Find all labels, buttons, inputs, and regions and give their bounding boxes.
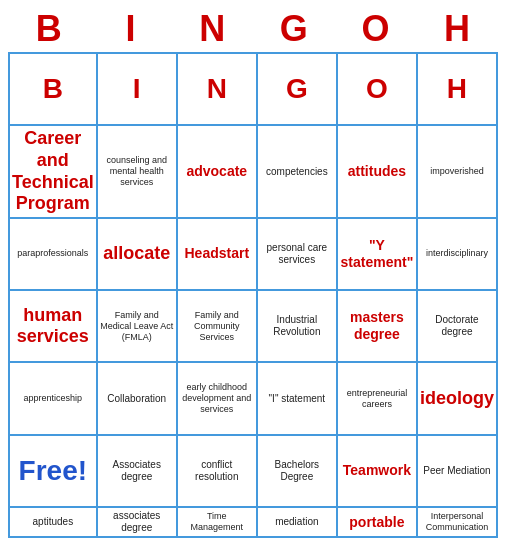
grid-cell-5: impoverished <box>417 125 497 217</box>
grid-cell-23: ideology <box>417 362 497 434</box>
grid-cell-26: conflict resolution <box>177 435 257 507</box>
bingo-letter-h: H <box>417 8 497 50</box>
grid-cell-21: "I" statement <box>257 362 337 434</box>
grid-cell-31: associates degree <box>97 507 177 537</box>
grid-cell-14: Family and Community Services <box>177 290 257 362</box>
header-cell-i: I <box>97 53 177 125</box>
grid-cell-20: early childhood development and services <box>177 362 257 434</box>
grid-cell-3: competencies <box>257 125 337 217</box>
header-cell-g: G <box>257 53 337 125</box>
grid-cell-10: "Y statement" <box>337 218 417 290</box>
grid-cell-33: mediation <box>257 507 337 537</box>
bingo-letter-n: N <box>172 8 252 50</box>
grid-cell-32: Time Management <box>177 507 257 537</box>
header-cell-o: O <box>337 53 417 125</box>
bingo-grid: BINGOHCareer and Technical Programcounse… <box>8 52 498 538</box>
grid-cell-12: human services <box>9 290 97 362</box>
header-cell-n: N <box>177 53 257 125</box>
grid-cell-17: Doctorate degree <box>417 290 497 362</box>
bingo-letter-i: I <box>90 8 170 50</box>
grid-cell-4: attitudes <box>337 125 417 217</box>
grid-cell-30: aptitudes <box>9 507 97 537</box>
grid-cell-22: entrepreneurial careers <box>337 362 417 434</box>
grid-cell-6: paraprofessionals <box>9 218 97 290</box>
grid-cell-29: Peer Mediation <box>417 435 497 507</box>
grid-cell-35: Interpersonal Communication <box>417 507 497 537</box>
header-cell-b: B <box>9 53 97 125</box>
grid-cell-18: apprenticeship <box>9 362 97 434</box>
grid-cell-9: personal care services <box>257 218 337 290</box>
grid-cell-7: allocate <box>97 218 177 290</box>
grid-cell-16: masters degree <box>337 290 417 362</box>
bingo-letter-g: G <box>254 8 334 50</box>
grid-cell-11: interdisciplinary <box>417 218 497 290</box>
grid-cell-19: Collaboration <box>97 362 177 434</box>
grid-cell-1: counseling and mental health services <box>97 125 177 217</box>
grid-cell-8: Headstart <box>177 218 257 290</box>
grid-cell-2: advocate <box>177 125 257 217</box>
grid-cell-34: portable <box>337 507 417 537</box>
grid-cell-28: Teamwork <box>337 435 417 507</box>
header-cell-h: H <box>417 53 497 125</box>
grid-cell-0: Career and Technical Program <box>9 125 97 217</box>
bingo-header: BINGOH <box>8 8 498 50</box>
bingo-letter-o: O <box>335 8 415 50</box>
grid-cell-27: Bachelors Degree <box>257 435 337 507</box>
grid-cell-15: Industrial Revolution <box>257 290 337 362</box>
grid-cell-25: Associates degree <box>97 435 177 507</box>
bingo-letter-b: B <box>9 8 89 50</box>
grid-cell-13: Family and Medical Leave Act (FMLA) <box>97 290 177 362</box>
grid-cell-24: Free! <box>9 435 97 507</box>
